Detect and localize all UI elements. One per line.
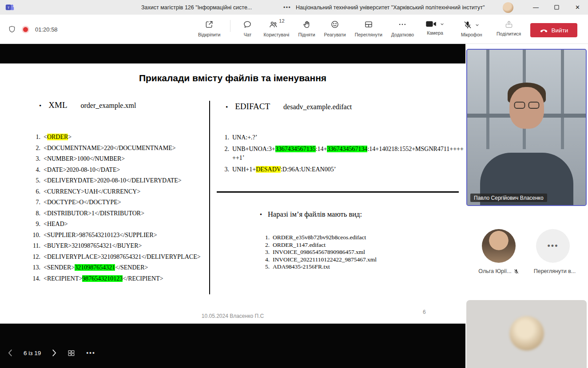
speaker-video xyxy=(467,50,586,205)
bullet: • xyxy=(260,211,262,218)
naming-list: 1.ORDER_e35v8b72bv92b8ceos.edifact2.ORDE… xyxy=(256,234,442,271)
active-speaker-name: Павло Сергійович Власенко xyxy=(470,194,547,202)
meeting-title: Захист магістрів 126 "Інформаційні систе… xyxy=(141,0,252,15)
chat-label: Чат xyxy=(244,32,251,37)
share-label: Поділитися xyxy=(497,31,521,36)
blurred-avatar xyxy=(509,316,544,351)
list-item: 1.<ORDER> xyxy=(29,133,203,142)
chevron-left-icon xyxy=(8,349,13,357)
minimize-icon: — xyxy=(533,4,539,11)
list-item: 14.<RECIPIENT>9876543210123</RECIPIENT> xyxy=(29,274,203,283)
unpin-icon xyxy=(205,20,214,29)
toolbar-divider xyxy=(230,20,230,32)
unpin-button[interactable]: Відкріпити xyxy=(194,17,225,37)
unpin-label: Відкріпити xyxy=(198,32,220,37)
slide-footer: 10.05.2024 Власенко П.С xyxy=(0,313,465,319)
list-item: 7.<DOCTYPE>O</DOCTYPE> xyxy=(29,198,203,207)
more-label: Додатково xyxy=(391,32,414,37)
edifact-list: 1.UNA:+.?’2.UNB+UNOA:3+3367434567135:14+… xyxy=(215,133,464,177)
svg-text:T: T xyxy=(8,5,10,9)
list-item: 2.ORDER_1147.edifact xyxy=(256,241,442,249)
chevron-down-icon[interactable] xyxy=(475,23,480,28)
list-item: 9.<HEAD> xyxy=(29,220,203,229)
view-button[interactable]: Переглянути xyxy=(350,17,387,37)
mic-label: Мікрофон xyxy=(461,32,482,37)
xml-label: XML xyxy=(48,100,67,110)
list-item: 5.ADA98435-2156FR.txt xyxy=(256,263,442,271)
slide-more-button[interactable]: ••• xyxy=(86,349,95,356)
camera-label: Камера xyxy=(427,30,443,36)
participants-count: 12 xyxy=(279,18,284,24)
titlebar-more-button[interactable]: ••• xyxy=(283,0,291,15)
user-avatar[interactable] xyxy=(503,0,513,15)
more-icon xyxy=(398,20,407,29)
minimize-button[interactable]: — xyxy=(525,0,546,15)
prev-slide-button[interactable] xyxy=(8,349,13,357)
slide-page-number: 6 xyxy=(423,309,426,315)
active-speaker-tile[interactable]: Павло Сергійович Власенко xyxy=(466,49,587,206)
list-item: 2.UNB+UNOA:3+3367434567135:14+3367434567… xyxy=(215,145,464,162)
shared-screen-stage: Прикалади вмісту файлів та іменування • … xyxy=(0,44,465,368)
more-button[interactable]: Додатково xyxy=(387,17,418,37)
close-icon: ✕ xyxy=(575,4,580,11)
share-button: Поділитися xyxy=(497,20,521,36)
list-item: 11.<BUYER>3210987654321</BUYER> xyxy=(29,241,203,250)
list-item: 12.<DELIVERYPLACE>3210987654321</DELIVER… xyxy=(29,253,203,261)
raise-hand-button[interactable]: Підняти xyxy=(294,17,319,37)
chat-button[interactable]: Чат xyxy=(236,17,259,37)
shield-icon xyxy=(8,25,16,34)
xml-filename: order_example.xml xyxy=(81,102,136,110)
naming-section-header: • Наразі ім’я файлів мають вид: xyxy=(260,210,362,219)
close-button[interactable]: ✕ xyxy=(567,0,588,15)
edifact-label: EDIFACT xyxy=(235,102,270,111)
vertical-divider xyxy=(209,101,210,294)
react-button[interactable]: Реагувати xyxy=(320,17,350,37)
participant-name: Ольга Юрії... xyxy=(470,268,528,274)
edifact-section-header: • EDIFACT desadv_example.edifact xyxy=(226,102,352,111)
presentation-slide: Прикалади вмісту файлів та іменування • … xyxy=(0,63,465,324)
chat-icon xyxy=(243,20,252,29)
leave-label: Вийти xyxy=(552,27,568,34)
participant-avatar[interactable] xyxy=(482,229,516,263)
leave-button[interactable]: Вийти xyxy=(530,23,577,37)
camera-button[interactable]: Камера xyxy=(425,20,445,36)
next-slide-button[interactable] xyxy=(52,349,56,357)
participants-panel: Павло Сергійович Власенко ••• Ольга Юрії… xyxy=(465,44,588,368)
xml-section-header: • XML order_example.xml xyxy=(39,100,136,110)
participants-overflow-label[interactable]: Переглянути в... xyxy=(526,268,584,274)
meeting-toolbar: 01:20:58 Відкріпити Чат 12 Користувачі П… xyxy=(0,15,588,44)
slide-title: Прикалади вмісту файлів та іменування xyxy=(0,73,465,83)
share-icon xyxy=(505,20,513,29)
maximize-icon xyxy=(554,5,559,10)
bullet: • xyxy=(39,102,41,110)
xml-list: 1.<ORDER>2.<DOCUMENTNAME>220</DOCUMENTNA… xyxy=(29,133,203,285)
mic-muted-small-icon xyxy=(513,269,519,274)
org-title: Національний технічний університет "Харк… xyxy=(296,0,485,15)
view-icon xyxy=(364,20,373,29)
list-item: 1.ORDER_e35v8b72bv92b8ceos.edifact xyxy=(256,234,442,241)
list-item: 4.INVOICE_20221110122422_9875467.xml xyxy=(256,256,442,264)
list-item: 1.UNA:+.?’ xyxy=(215,133,464,142)
list-item: 13.<SENDER>3210987654321</SENDER> xyxy=(29,263,203,272)
meeting-timer: 01:20:58 xyxy=(35,26,58,33)
mic-muted-icon xyxy=(463,20,472,30)
participants-icon xyxy=(268,20,278,29)
participants-button[interactable]: 12 Користувачі xyxy=(259,17,294,37)
maximize-button[interactable] xyxy=(546,0,567,15)
raise-hand-icon xyxy=(302,20,311,29)
participants-overflow-avatar[interactable]: ••• xyxy=(536,229,570,263)
participant-video-tile[interactable] xyxy=(466,300,587,368)
list-item: 4.<DATE>2020-08-10</DATE> xyxy=(29,166,203,174)
list-item: 6.<CURRENCY>UAH</CURRENCY> xyxy=(29,187,203,196)
mic-button[interactable]: Мікрофон xyxy=(461,20,482,37)
record-indicator xyxy=(23,27,28,32)
slide-grid-button[interactable] xyxy=(67,349,75,357)
teams-logo-icon: T xyxy=(5,0,14,15)
edifact-filename: desadv_example.edifact xyxy=(283,103,352,111)
list-item: 2.<DOCUMENTNAME>220</DOCUMENTNAME> xyxy=(29,144,203,153)
bullet: • xyxy=(226,103,228,111)
list-item: 8.<DISTRIBUTOR>1</DISTRIBUTOR> xyxy=(29,209,203,218)
leave-phone-icon xyxy=(540,26,548,35)
chevron-down-icon[interactable] xyxy=(440,22,445,27)
react-icon xyxy=(330,20,339,29)
